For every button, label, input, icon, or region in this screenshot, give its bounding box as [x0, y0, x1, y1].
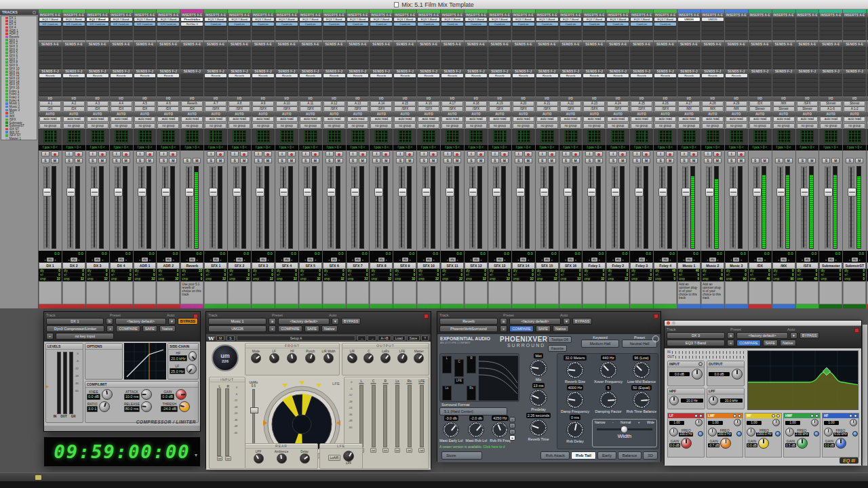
send-button[interactable]: Reverb — [323, 74, 345, 77]
delay-button[interactable]: dly — [402, 258, 408, 262]
fader-cap[interactable] — [422, 188, 431, 197]
sends-ae-header[interactable]: SENDS A-E — [654, 42, 677, 47]
send-slot[interactable] — [181, 64, 203, 69]
output-selector[interactable]: /SFX — [607, 106, 629, 112]
input-selector[interactable]: A 13 — [347, 101, 369, 106]
filter-freq-knob[interactable] — [669, 396, 679, 405]
send-slot[interactable] — [654, 52, 676, 56]
insert-slot[interactable] — [441, 35, 463, 40]
volume-fader[interactable] — [446, 166, 452, 249]
insert-slot[interactable] — [276, 31, 298, 36]
insert-slots[interactable]: EQ3 7-BandDX ComLim — [39, 18, 62, 40]
send-slot[interactable] — [300, 52, 321, 56]
inserts-header[interactable]: INSERTS A-E — [796, 13, 819, 18]
record-enable-button[interactable] — [240, 151, 248, 157]
comments-box[interactable] — [62, 281, 85, 304]
insert-position-button[interactable]: a — [269, 318, 276, 325]
surround-panner[interactable] — [630, 129, 653, 145]
sends-fj-slots[interactable]: Reverb — [86, 74, 109, 96]
surround-panner[interactable] — [819, 129, 842, 145]
inserts-header[interactable]: INSERTS A-E — [488, 13, 511, 18]
track-name-button[interactable]: SFX 4 — [275, 262, 298, 269]
send-button[interactable]: Reverb — [39, 74, 61, 77]
insert-slot[interactable]: ComLim — [465, 22, 487, 27]
group-selector[interactable]: no group — [654, 123, 676, 129]
prev-icon[interactable]: ◂ — [778, 258, 779, 262]
insert-slot[interactable] — [465, 31, 487, 36]
sends-fj-slots[interactable]: Reverb — [606, 74, 629, 96]
send-slot[interactable] — [111, 83, 132, 87]
insert-slot[interactable] — [134, 31, 156, 36]
insert-button[interactable]: ComLim — [441, 22, 463, 26]
send-slot[interactable] — [536, 64, 558, 69]
knob-thresh[interactable] — [179, 401, 190, 412]
input-monitor-button[interactable]: I — [372, 151, 380, 157]
prev-icon[interactable]: ◂ — [589, 258, 590, 262]
insert-slot[interactable]: EQ3 7-Band — [418, 18, 439, 22]
send-slot[interactable]: Reverb — [111, 74, 132, 79]
insert-slot[interactable] — [678, 31, 700, 36]
insert-slot[interactable] — [252, 35, 274, 40]
send-slot[interactable] — [252, 83, 274, 87]
send-slot[interactable] — [347, 79, 369, 83]
fader-cap[interactable] — [66, 188, 75, 197]
track-name-button[interactable]: SFX 14 — [512, 262, 535, 269]
send-slot[interactable] — [111, 64, 132, 69]
send-slot[interactable] — [631, 83, 652, 87]
sends-fj-header[interactable]: SENDS F-J — [749, 69, 772, 74]
send-button[interactable]: Reverb — [536, 74, 558, 77]
pan-grid[interactable] — [138, 130, 152, 143]
send-slot[interactable] — [300, 47, 321, 52]
prev-icon[interactable]: ◂ — [754, 258, 755, 262]
eq-curve-graph[interactable] — [747, 350, 859, 410]
sends-fj-slots[interactable]: Reverb — [228, 74, 251, 96]
send-slot[interactable] — [513, 79, 534, 83]
prev-icon[interactable]: ◂ — [541, 258, 542, 262]
group-selector[interactable]: no group — [323, 123, 345, 129]
group-selector[interactable]: no group — [111, 123, 132, 129]
send-slot[interactable] — [347, 56, 369, 60]
send-slot[interactable] — [820, 60, 842, 65]
insert-slot[interactable] — [702, 22, 724, 27]
pan-position-display[interactable]: f pos > 0 < — [252, 145, 275, 150]
next-icon[interactable]: ▸ — [55, 258, 56, 262]
sends-ae-slots[interactable] — [393, 47, 416, 69]
prev-icon[interactable]: ◂ — [612, 258, 614, 262]
fader-cap[interactable] — [516, 188, 525, 197]
preset-selector[interactable]: <factory default> — [509, 318, 561, 325]
knob-punch[interactable] — [305, 353, 315, 363]
io-header[interactable]: I/O — [488, 96, 511, 101]
insert-position-button[interactable]: a — [727, 332, 734, 339]
insert-button[interactable]: EQ3 7-Band — [394, 18, 416, 21]
input-selector[interactable]: A 24 — [607, 101, 629, 106]
next-icon[interactable]: ▸ — [102, 258, 103, 262]
send-slot[interactable] — [702, 79, 724, 83]
band-inout-button[interactable] — [775, 431, 781, 436]
delay-button[interactable]: dly — [568, 258, 574, 262]
insert-button[interactable]: EQ3 7-Band — [39, 18, 61, 21]
send-slot[interactable] — [678, 52, 700, 56]
next-icon[interactable]: ▸ — [481, 258, 482, 262]
insert-slot[interactable] — [797, 18, 818, 22]
sends-ae-slots[interactable] — [275, 47, 298, 69]
eq3-titlebar[interactable] — [665, 321, 861, 326]
sends-ae-header[interactable]: SENDS A-E — [110, 42, 133, 47]
insert-slot[interactable] — [513, 31, 534, 36]
sends-ae-slots[interactable] — [725, 47, 748, 69]
solo-button[interactable]: S — [633, 158, 641, 163]
send-slot[interactable] — [394, 92, 416, 96]
input-selector[interactable]: /DX — [749, 101, 771, 106]
send-slot[interactable] — [276, 56, 298, 60]
send-slot[interactable] — [631, 92, 652, 96]
send-slot[interactable] — [347, 87, 369, 92]
volume-readout[interactable]: 0.0 — [630, 251, 653, 257]
record-enable-button[interactable] — [548, 151, 556, 157]
key-input-icon[interactable]: ⌐ — [46, 333, 54, 340]
sidebar-track[interactable]: Master 1 — [1, 137, 37, 140]
insert-slot[interactable] — [441, 26, 463, 31]
sends-ae-header[interactable]: SENDS A-E — [796, 42, 819, 47]
close-icon[interactable] — [424, 314, 429, 319]
send-slot[interactable] — [63, 52, 85, 56]
bypass-button[interactable]: BYPASS — [800, 332, 820, 339]
send-slot[interactable] — [229, 56, 250, 60]
